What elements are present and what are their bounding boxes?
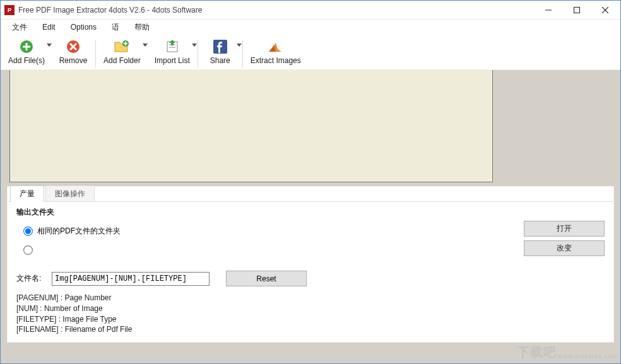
toolbar: Add File(s) Remove Add Folder Import Lis… xyxy=(1,35,620,70)
maximize-icon xyxy=(574,7,580,13)
add-files-dropdown[interactable] xyxy=(46,42,52,47)
output-folder-group-label: 输出文件夹 xyxy=(16,207,605,218)
tab-output-content: 输出文件夹 相同的PDF文件的文件夹 打开 改变 文件名: Reset [PAG… xyxy=(8,202,613,340)
add-folder-label: Add Folder xyxy=(104,56,141,65)
folder-add-icon xyxy=(114,39,130,54)
tabs: 产量 图像操作 xyxy=(8,187,613,202)
legend-num: [NUM] : Number of Image xyxy=(16,303,605,314)
share-button[interactable]: Share xyxy=(202,37,239,65)
close-icon xyxy=(602,7,608,13)
add-files-label: Add File(s) xyxy=(8,56,45,65)
legend-pagenum: [PAGENUM] : Page Number xyxy=(16,293,605,303)
tab-image-ops[interactable]: 图像操作 xyxy=(45,185,95,202)
import-icon xyxy=(165,39,180,54)
toolbar-separator xyxy=(95,40,96,68)
legend-filetype: [FILETYPE] : Image File Type xyxy=(16,314,605,325)
maximize-button[interactable] xyxy=(562,1,591,19)
import-list-dropdown[interactable] xyxy=(191,42,198,47)
remove-button[interactable]: Remove xyxy=(55,37,92,65)
placeholder-legend: [PAGENUM] : Page Number [NUM] : Number o… xyxy=(16,293,605,335)
toolbar-separator xyxy=(242,40,243,68)
watermark-url: www.xiazaiba.com xyxy=(558,353,618,360)
remove-icon xyxy=(66,39,81,54)
legend-filename: [FILENAME] : Filename of Pdf File xyxy=(16,324,605,335)
import-list-button[interactable]: Import List xyxy=(151,37,194,65)
open-button[interactable]: 打开 xyxy=(524,221,605,237)
menu-file[interactable]: 文件 xyxy=(4,20,35,35)
window-title: Free PDF Image Extractor 4dots V2.6 - 4d… xyxy=(18,6,534,15)
menu-language[interactable]: 语 xyxy=(104,20,127,35)
settings-panel: 产量 图像操作 输出文件夹 相同的PDF文件的文件夹 打开 改变 文件名: Re… xyxy=(7,186,614,343)
svg-marker-22 xyxy=(237,44,242,47)
svg-rect-19 xyxy=(171,42,174,45)
content-area: 产量 图像操作 输出文件夹 相同的PDF文件的文件夹 打开 改变 文件名: Re… xyxy=(1,70,620,363)
remove-label: Remove xyxy=(59,56,88,65)
import-list-label: Import List xyxy=(155,56,190,65)
minimize-button[interactable] xyxy=(534,1,562,19)
menu-help[interactable]: 帮助 xyxy=(127,20,157,35)
minimize-icon xyxy=(545,7,552,13)
watermark-text: 下载吧 xyxy=(517,344,557,361)
tab-output[interactable]: 产量 xyxy=(10,185,44,202)
radio-same-folder-label: 相同的PDF文件的文件夹 xyxy=(37,226,121,237)
add-icon xyxy=(19,39,34,54)
file-list-pane[interactable] xyxy=(9,70,493,182)
menu-bar: 文件 Edit Options 语 帮助 xyxy=(1,20,620,35)
svg-rect-1 xyxy=(574,7,579,13)
add-folder-button[interactable]: Add Folder xyxy=(100,37,145,65)
share-dropdown[interactable] xyxy=(236,42,242,47)
add-folder-dropdown[interactable] xyxy=(142,42,148,47)
svg-marker-7 xyxy=(47,44,52,47)
menu-options[interactable]: Options xyxy=(63,21,104,33)
radio-same-folder[interactable] xyxy=(23,226,33,236)
filename-label: 文件名: xyxy=(16,273,52,284)
add-files-button[interactable]: Add File(s) xyxy=(4,37,49,65)
extract-icon xyxy=(268,39,284,54)
radio-custom-folder[interactable] xyxy=(23,245,33,255)
filename-input[interactable] xyxy=(52,272,210,286)
svg-marker-20 xyxy=(192,44,197,47)
extract-images-button[interactable]: Extract Images xyxy=(247,37,305,65)
extract-label: Extract Images xyxy=(251,56,301,65)
facebook-icon xyxy=(213,39,228,54)
svg-marker-14 xyxy=(143,44,148,47)
change-button[interactable]: 改变 xyxy=(524,240,605,256)
title-bar: P Free PDF Image Extractor 4dots V2.6 - … xyxy=(1,1,620,20)
toolbar-separator xyxy=(198,40,198,68)
reset-button[interactable]: Reset xyxy=(226,271,307,286)
watermark: 下载吧 www.xiazaiba.com xyxy=(517,344,618,361)
menu-edit[interactable]: Edit xyxy=(35,21,63,33)
close-button[interactable] xyxy=(591,1,619,19)
app-icon: P xyxy=(4,5,15,15)
window-controls xyxy=(534,1,619,19)
share-label: Share xyxy=(210,56,230,65)
